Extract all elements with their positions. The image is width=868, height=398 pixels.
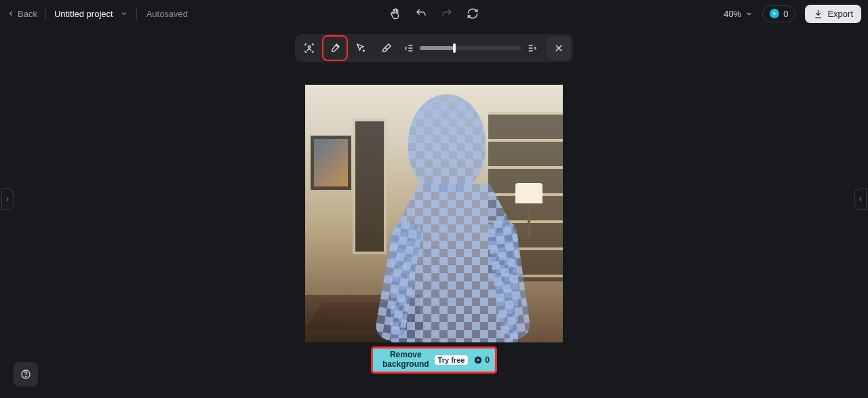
export-label: Export [827,9,853,19]
back-button[interactable]: Back [7,9,37,19]
credits-pill[interactable]: 0 [762,5,795,22]
credit-coin-icon [770,9,779,18]
export-button[interactable]: Export [805,5,861,23]
help-icon [20,369,31,380]
tool-magic-select[interactable] [349,37,372,60]
download-icon [813,9,823,19]
slider-thumb[interactable] [453,43,456,53]
indent-icon [527,43,538,54]
cursor-sparkle-icon [355,42,367,54]
dedent-icon [403,43,414,54]
eraser-icon [380,42,393,54]
tool-eraser[interactable] [375,37,398,60]
project-name-dropdown[interactable]: Untitled project [54,9,128,19]
reset-button[interactable] [466,7,479,20]
undo-button[interactable] [414,7,428,20]
undo-icon [415,7,427,20]
brush-size-slider[interactable] [420,46,521,50]
chevron-left-icon [7,9,15,18]
chevron-right-icon [4,196,11,203]
scene-door [353,119,387,254]
zoom-value: 40% [724,9,741,19]
chevron-left-icon [857,196,864,203]
scene-painting [311,136,351,190]
chevron-down-icon [745,10,753,18]
brush-toolbar [295,34,573,62]
slider-fill [420,46,454,50]
cost-indicator: 0 [473,355,490,365]
remove-background-button[interactable]: Remove background Try free 0 [371,346,497,374]
svg-point-1 [308,46,310,48]
pan-hand-button[interactable] [389,7,402,20]
hand-icon [389,7,401,20]
brush-icon [329,42,341,54]
left-panel-toggle[interactable] [1,188,14,210]
close-toolbar-button[interactable] [547,37,570,60]
svg-marker-0 [774,12,776,16]
divider [45,7,46,20]
divider [136,7,137,20]
try-free-badge: Try free [435,355,469,365]
credit-coin-icon [473,355,483,365]
redo-button[interactable] [440,7,454,20]
scene-lamp [515,183,542,237]
canvas[interactable] [305,85,563,342]
project-name: Untitled project [54,9,113,19]
help-button[interactable] [14,362,38,386]
tool-auto-select[interactable] [298,37,321,60]
credits-value: 0 [783,9,788,19]
zoom-dropdown[interactable]: 40% [724,9,753,19]
close-icon [553,43,564,54]
tool-brush[interactable] [323,37,347,60]
mask-overlay-head [408,94,486,192]
svg-point-7 [25,376,26,377]
autosave-status: Autosaved [146,9,188,19]
back-label: Back [18,9,37,19]
person-focus-icon [303,42,315,54]
remove-bg-label: Remove background [382,351,429,370]
redo-icon [441,7,453,20]
right-panel-toggle[interactable] [854,188,867,210]
chevron-down-icon [120,9,128,18]
refresh-icon [467,7,479,20]
